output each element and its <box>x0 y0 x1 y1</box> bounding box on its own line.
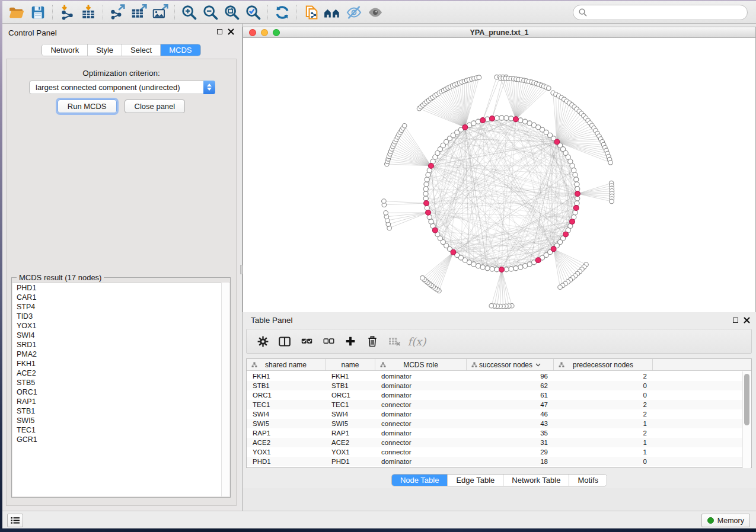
mcds-result-item[interactable]: SRD1 <box>12 340 229 350</box>
mcds-node[interactable] <box>535 258 541 263</box>
ring-node[interactable] <box>518 118 523 123</box>
mcds-result-item[interactable]: TID3 <box>12 312 229 321</box>
mcds-result-item[interactable]: STB1 <box>12 406 229 416</box>
table-row[interactable]: ACE2ACE2connector311 <box>247 438 744 447</box>
delete-column-button[interactable] <box>363 332 381 350</box>
show-all-button[interactable] <box>365 3 386 22</box>
table-row[interactable]: ORC1ORC1dominator610 <box>247 390 744 400</box>
column-header-shared-name[interactable]: shared name <box>247 359 326 370</box>
mcds-result-item[interactable]: ACE2 <box>12 368 229 378</box>
mcds-node[interactable] <box>554 139 560 145</box>
ring-node[interactable] <box>499 116 504 120</box>
mcds-result-item[interactable]: GCR1 <box>12 435 229 444</box>
ring-node[interactable] <box>480 265 485 270</box>
ring-node[interactable] <box>495 116 499 120</box>
float-table-panel-icon[interactable] <box>733 318 738 323</box>
mcds-result-item[interactable]: SWI5 <box>12 416 229 425</box>
ring-node[interactable] <box>572 168 576 172</box>
ring-node[interactable] <box>570 164 575 168</box>
export-image-button[interactable] <box>149 3 171 22</box>
float-panel-icon[interactable] <box>217 29 222 34</box>
leaf-node[interactable] <box>547 86 551 91</box>
ring-node[interactable] <box>573 210 578 215</box>
mcds-node[interactable] <box>499 267 505 273</box>
table-row[interactable]: SWI5SWI5connector431 <box>247 419 744 428</box>
leaf-node[interactable] <box>420 275 425 280</box>
ring-node[interactable] <box>424 182 429 187</box>
zoom-selected-button[interactable] <box>243 3 264 22</box>
mcds-result-item[interactable]: SWI4 <box>12 331 229 340</box>
ring-node[interactable] <box>425 206 429 210</box>
table-row[interactable]: SWI4SWI4dominator462 <box>247 409 744 419</box>
table-row[interactable]: YOX1YOX1connector291 <box>247 447 744 457</box>
ring-node[interactable] <box>426 172 430 177</box>
mcds-node[interactable] <box>575 191 580 197</box>
ring-node[interactable] <box>504 116 509 120</box>
ring-node[interactable] <box>423 191 428 196</box>
mcds-node[interactable] <box>429 163 434 168</box>
leaf-node[interactable] <box>384 211 388 216</box>
zoom-fit-button[interactable] <box>221 3 243 22</box>
ring-node[interactable] <box>425 177 429 182</box>
show-columns-button[interactable] <box>276 332 294 350</box>
ring-node[interactable] <box>490 267 495 271</box>
ring-node[interactable] <box>476 264 480 268</box>
column-header-name[interactable]: name <box>326 359 375 370</box>
mcds-node[interactable] <box>432 227 438 233</box>
criterion-select[interactable]: largest connected component (undirected) <box>29 81 215 94</box>
table-row[interactable]: RAP1RAP1dominator352 <box>247 428 744 438</box>
mcds-node[interactable] <box>573 206 579 211</box>
ring-node[interactable] <box>509 267 513 271</box>
ring-node[interactable] <box>485 117 490 121</box>
mcds-node[interactable] <box>480 118 486 123</box>
network-titlebar[interactable]: YPA_prune.txt_1 <box>243 27 755 38</box>
leaf-node[interactable] <box>489 303 494 308</box>
ring-node[interactable] <box>575 182 579 187</box>
search-input[interactable] <box>590 7 747 18</box>
zoom-out-button[interactable] <box>200 3 221 22</box>
mcds-result-item[interactable]: YOX1 <box>12 321 229 331</box>
tab-motifs[interactable]: Motifs <box>569 475 607 486</box>
table-row[interactable]: PHD1PHD1dominator180 <box>247 457 744 466</box>
tab-edge-table[interactable]: Edge Table <box>448 475 503 486</box>
table-scrollbar[interactable] <box>742 371 751 468</box>
leaf-node[interactable] <box>610 199 614 204</box>
zoom-in-button[interactable] <box>178 3 200 22</box>
ring-node[interactable] <box>574 177 579 182</box>
ring-node[interactable] <box>471 121 476 126</box>
table-settings-button[interactable] <box>254 332 272 350</box>
ring-node[interactable] <box>527 262 532 267</box>
ring-node[interactable] <box>495 267 499 272</box>
tab-node-table[interactable]: Node Table <box>392 475 448 486</box>
table-row[interactable]: FKH1FKH1dominator962 <box>247 371 744 381</box>
table-row[interactable]: TEC1TEC1connector472 <box>247 400 744 409</box>
close-panel-icon[interactable] <box>228 28 234 35</box>
open-file-button[interactable] <box>6 3 27 22</box>
table-scrollbar-thumb[interactable] <box>744 374 749 425</box>
close-table-panel-icon[interactable] <box>744 317 750 323</box>
mcds-node[interactable] <box>570 219 575 225</box>
leaf-node[interactable] <box>477 75 481 80</box>
tab-mcds[interactable]: MCDS <box>161 44 200 56</box>
search-box[interactable] <box>573 5 748 20</box>
select-all-rows-button[interactable] <box>298 332 315 350</box>
ring-node[interactable] <box>522 264 527 268</box>
mcds-node[interactable] <box>551 246 556 252</box>
network-canvas[interactable] <box>243 38 755 332</box>
column-header-successor-nodes[interactable]: successor nodes <box>467 359 554 370</box>
column-header-mcds-role[interactable]: MCDS role <box>375 359 467 370</box>
leaf-node[interactable] <box>402 123 407 128</box>
mcds-node[interactable] <box>451 249 456 255</box>
mcds-result-item[interactable]: TEC1 <box>12 425 229 435</box>
first-neighbors-button[interactable] <box>322 3 343 22</box>
ring-node[interactable] <box>573 172 578 177</box>
add-column-button[interactable] <box>342 332 359 350</box>
export-table-button[interactable] <box>128 3 149 22</box>
memory-button[interactable]: Memory <box>701 514 750 527</box>
mcds-result-item[interactable]: ORC1 <box>12 387 229 397</box>
save-session-button[interactable] <box>27 3 49 22</box>
mcds-result-list[interactable]: PHD1CAR1STP4TID3YOX1SWI4SRD1PMA2FKH1ACE2… <box>12 283 229 496</box>
ring-node[interactable] <box>575 187 580 191</box>
leaf-node[interactable] <box>382 199 387 204</box>
ring-node[interactable] <box>423 187 428 191</box>
